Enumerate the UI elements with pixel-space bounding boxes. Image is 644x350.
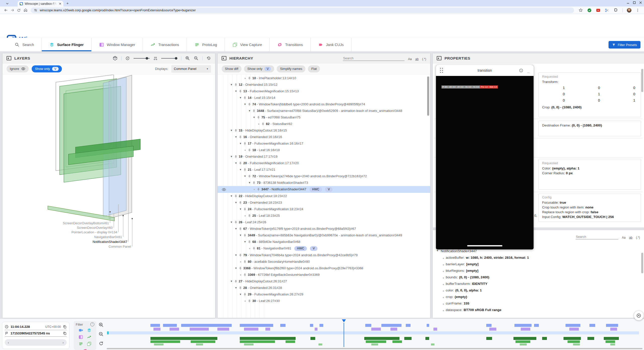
pin-icon[interactable] bbox=[239, 161, 243, 165]
property-barrierLayer[interactable]: barrierLayer:[empty] bbox=[442, 262, 640, 269]
pin-icon[interactable] bbox=[257, 187, 261, 191]
hierarchy-node-81[interactable]: 81 - NavigationBar0#81HWCV bbox=[218, 245, 430, 252]
browser-menu-icon[interactable] bbox=[636, 8, 640, 12]
tab-transitions[interactable]: Transitions bbox=[270, 38, 310, 51]
chevron-expand-icon[interactable]: ▼ bbox=[248, 181, 252, 185]
property-activeBuffer[interactable]: activeBuffer:w: 1080, h: 2400, stride: 2… bbox=[442, 256, 640, 262]
layer-label[interactable]: ScreenDecorOverlayBottom#61 bbox=[63, 221, 109, 225]
scroll-to-top-button[interactable] bbox=[634, 311, 643, 320]
camcorder-icon[interactable] bbox=[78, 328, 83, 333]
reset-view-icon[interactable] bbox=[206, 56, 211, 61]
pin-icon[interactable] bbox=[234, 194, 239, 198]
chevron-expand-icon[interactable]: ▼ bbox=[235, 266, 239, 271]
chevron-expand-icon[interactable]: ▼ bbox=[239, 292, 243, 297]
hierarchy-node-23[interactable]: ▼23 - OneHanded:18:23#23 bbox=[218, 199, 430, 206]
bookmark-star-icon[interactable] bbox=[579, 8, 583, 12]
chevron-expand-icon[interactable]: ▼ bbox=[436, 249, 441, 252]
trend-icon[interactable] bbox=[87, 335, 92, 339]
collapse-panel-icon[interactable] bbox=[222, 56, 226, 60]
chevron-expand-icon[interactable]: ▼ bbox=[239, 207, 243, 211]
human-time-field[interactable]: 11:04:14.228 UTC+00:00 bbox=[5, 324, 67, 330]
hierarchy-node-3448[interactable]: ▼3448 - Surface(name=ed70f88 StatusBar)/… bbox=[218, 108, 430, 114]
chevron-expand-icon[interactable]: ▼ bbox=[239, 96, 243, 100]
zoom-in-icon[interactable] bbox=[99, 322, 104, 327]
tab-close-icon[interactable]: ✕ bbox=[59, 2, 61, 6]
hierarchy-node-27[interactable]: ▼27 - HideDisplayCutout:26:31#27 bbox=[218, 278, 430, 285]
pin-icon[interactable] bbox=[239, 227, 243, 231]
hierarchy-node-3369[interactable]: 3369 - 67726bf EdgeBackGestureHandler0#3… bbox=[218, 272, 430, 278]
layers-3d-canvas[interactable]: ScreenDecorOverlayBottom#61ScreenDecorOv… bbox=[3, 75, 215, 318]
hierarchy-node-74[interactable]: ▼74 - WindowToken{fdddbe6 type=2000 andr… bbox=[218, 101, 430, 108]
pin-icon[interactable] bbox=[239, 266, 243, 270]
pin-icon[interactable] bbox=[257, 115, 261, 119]
info-icon[interactable] bbox=[519, 68, 523, 73]
tab-search-icon[interactable] bbox=[5, 1, 10, 6]
pin-icon[interactable] bbox=[261, 122, 266, 126]
hierarchy-node-3449[interactable]: ▼3449 - Surface(name=885b63e NavigationB… bbox=[218, 232, 430, 239]
tab-window-manager[interactable]: Window Manager bbox=[92, 38, 143, 51]
chip-show-diff[interactable]: Show diff bbox=[222, 65, 242, 72]
layer-label[interactable]: NavigationBar0#81 bbox=[94, 235, 122, 239]
layer-label[interactable]: PointerLocation - display 0#134 bbox=[71, 230, 117, 234]
property-tree-root[interactable]: ▼ NotificationShade#3447 bbox=[436, 249, 640, 256]
swirl-icon[interactable] bbox=[83, 348, 88, 350]
chevron-expand-icon[interactable]: ▼ bbox=[230, 279, 234, 284]
hierarchy-node-3447[interactable]: 3447 - NotificationShade#3447HWCV bbox=[218, 186, 430, 193]
home-icon[interactable] bbox=[22, 8, 29, 12]
transactions-row[interactable] bbox=[107, 337, 639, 340]
pin-icon[interactable] bbox=[243, 168, 248, 171]
pin-icon[interactable] bbox=[252, 181, 257, 185]
chevron-expand-icon[interactable]: ▼ bbox=[239, 233, 243, 238]
displays-select[interactable]: Common Panel ▼ bbox=[171, 65, 211, 73]
minimize-icon[interactable] bbox=[627, 1, 629, 4]
chevron-expand-icon[interactable]: ▼ bbox=[235, 89, 239, 94]
regex-toggle[interactable]: (.*) bbox=[636, 236, 640, 239]
extension-red-icon[interactable] bbox=[596, 8, 600, 13]
show-only-v-chip[interactable]: Show only V bbox=[32, 65, 62, 72]
browser-tab[interactable]: Winscope | sandbox-FAIL ✕ bbox=[18, 1, 63, 7]
hierarchy-node-29[interactable]: ▼29 - FullscreenMagnification:26:27#29 bbox=[218, 291, 430, 298]
properties-search-input[interactable] bbox=[576, 234, 618, 239]
hierarchy-node-20[interactable]: ▼20 - FullscreenMagnification:17:17#20 bbox=[218, 160, 430, 166]
whole-word-toggle[interactable]: ab bbox=[415, 57, 419, 61]
timeline-scrollbar[interactable] bbox=[107, 348, 642, 349]
chevron-expand-icon[interactable]: ▼ bbox=[235, 253, 239, 257]
hierarchy-search-input[interactable] bbox=[343, 56, 405, 61]
pin-icon[interactable] bbox=[243, 233, 248, 237]
hierarchy-node-24[interactable]: ▼24 - FullscreenMagnification:18:23#24 bbox=[218, 206, 430, 212]
chevron-expand-icon[interactable]: ▼ bbox=[235, 286, 239, 290]
rotation-icon[interactable] bbox=[125, 56, 130, 61]
close-window-icon[interactable] bbox=[639, 1, 642, 4]
chevron-expand-icon[interactable]: ▼ bbox=[230, 194, 234, 198]
tab-view-capture[interactable]: View Capture bbox=[225, 38, 270, 51]
hierarchy-node-3368[interactable]: ▼3368 - WindowToken{f6b2f60 type=2024 an… bbox=[218, 265, 430, 272]
pin-icon[interactable] bbox=[234, 155, 239, 158]
hierarchy-node-79[interactable]: ▼79 - WindowToken{7046b4a type=2024 andr… bbox=[218, 252, 430, 258]
extension-check-icon[interactable] bbox=[587, 8, 592, 13]
copy-icon[interactable] bbox=[63, 331, 67, 335]
chevron-expand-icon[interactable]: ▼ bbox=[244, 174, 248, 179]
zoom-out-icon[interactable] bbox=[99, 332, 104, 337]
maximize-icon[interactable] bbox=[633, 1, 636, 4]
pin-icon[interactable] bbox=[239, 89, 243, 93]
screen-recording-row[interactable] bbox=[107, 324, 639, 327]
tab-surface-flinger[interactable]: Surface Flinger bbox=[42, 38, 92, 51]
pin-icon[interactable] bbox=[248, 174, 252, 178]
chip-flat[interactable]: Flat bbox=[308, 65, 320, 72]
filter-presets-button[interactable]: Filter Presets bbox=[609, 41, 640, 49]
chevron-expand-icon[interactable]: ▼ bbox=[235, 227, 239, 231]
pin-icon[interactable] bbox=[248, 214, 252, 217]
hierarchy-node-28[interactable]: ▼28 - OneHanded:26:31#28 bbox=[218, 285, 430, 291]
chevron-expand-icon[interactable]: ▼ bbox=[244, 240, 248, 244]
pin-icon[interactable] bbox=[243, 292, 248, 296]
back-icon[interactable] bbox=[3, 8, 9, 12]
spacing-slider[interactable] bbox=[161, 58, 177, 59]
hierarchy-node-12[interactable]: ▼12 - OneHanded:15:15#12 bbox=[218, 81, 430, 88]
pin-icon[interactable] bbox=[243, 207, 248, 211]
pin-icon[interactable] bbox=[243, 142, 248, 145]
site-settings-icon[interactable] bbox=[34, 8, 37, 12]
zoom-in-icon[interactable] bbox=[185, 56, 190, 61]
pin-icon[interactable] bbox=[243, 273, 248, 277]
hierarchy-node-73[interactable]: ▼73 - 8736138 NotificationShade#73 bbox=[218, 180, 430, 186]
hierarchy-node-19[interactable]: ▼19 - OneHanded:17:17#19 bbox=[218, 153, 430, 160]
